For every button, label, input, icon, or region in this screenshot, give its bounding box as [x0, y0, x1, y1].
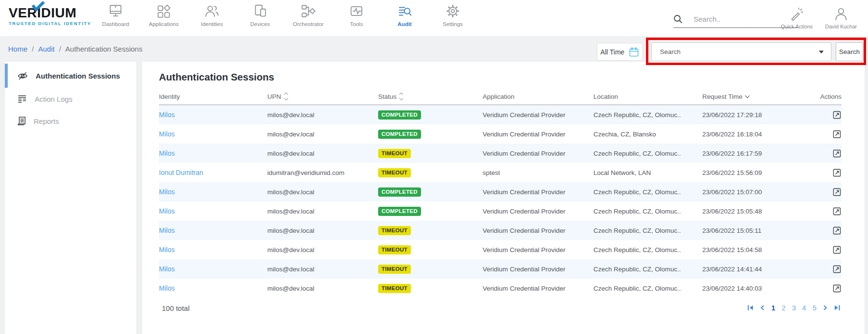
location-cell: Czech Republic, CZ, Olomuc.. [593, 285, 702, 292]
location-cell: Local Network, LAN [593, 169, 702, 176]
application-cell: Veridium Credential Provider [483, 150, 593, 157]
column-header-request-time[interactable]: Request Time [702, 93, 795, 100]
applications-icon [156, 3, 171, 19]
open-session-icon[interactable] [832, 265, 842, 274]
identity-link[interactable]: Milos [159, 284, 175, 292]
table-row: Milos milos@dev.local TIMEOUT Veridium C… [159, 221, 842, 240]
nav-label: Settings [443, 21, 463, 27]
request-time-cell: 23/06/2022 15:56:09 [702, 169, 795, 176]
breadcrumb-audit-link[interactable]: Audit [38, 45, 54, 53]
nav-label: Devices [250, 21, 270, 27]
request-time-cell: 23/06/2022 15:05:11 [702, 227, 795, 234]
breadcrumb-separator: / [32, 45, 34, 53]
sort-desc-icon [745, 93, 750, 98]
column-header-status[interactable]: Status [378, 93, 483, 100]
page-number-5[interactable]: 5 [813, 304, 816, 312]
open-session-icon[interactable] [832, 149, 842, 158]
location-cell: Czech Republic, CZ, Olomuc.. [593, 227, 702, 234]
request-time-cell: 23/06/2022 17:29:18 [702, 111, 795, 119]
breadcrumb-home-link[interactable]: Home [8, 45, 27, 53]
identities-icon [204, 3, 220, 19]
total-count: 100 total [162, 304, 190, 312]
sort-updown-icon [285, 93, 288, 100]
identity-link[interactable]: Milos [159, 111, 175, 119]
application-cell: sptest [483, 169, 593, 176]
user-menu[interactable]: David Kuchar [819, 6, 863, 29]
sessions-table: Identity UPN Status Application Location… [159, 88, 842, 298]
open-session-icon[interactable] [832, 187, 842, 197]
logo-tagline: TRUSTED DIGITAL IDENTITY [9, 21, 91, 26]
nav-item-applications[interactable]: Applications [140, 3, 188, 27]
next-page-icon[interactable] [823, 305, 828, 311]
calendar-icon [629, 47, 639, 57]
first-page-icon[interactable] [747, 305, 754, 311]
page-number-3[interactable]: 3 [792, 304, 796, 312]
open-session-icon[interactable] [832, 245, 842, 254]
eye-slash-icon [17, 71, 28, 80]
column-header-location: Location [593, 93, 702, 100]
application-cell: Veridium Credential Provider [483, 227, 593, 234]
veridium-logo[interactable]: VERIDIUM TRUSTED DIGITAL IDENTITY [9, 6, 91, 26]
application-cell: Veridium Credential Provider [483, 188, 593, 196]
nav-item-orchestrator[interactable]: Orchestrator [284, 3, 332, 27]
identity-link[interactable]: Milos [159, 227, 175, 234]
nav-item-settings[interactable]: Settings [429, 3, 477, 27]
request-time-cell: 23/06/2022 15:07:00 [702, 188, 795, 196]
quick-actions-button[interactable]: Quick Actions [775, 6, 819, 29]
pagination: 1 2 3 4 5 [747, 304, 841, 312]
identity-link[interactable]: Milos [159, 207, 175, 215]
table-row: Ionut Dumitran idumitran@veridiumid.com … [159, 163, 842, 182]
authentication-sessions-panel: Authentication Sessions Identity UPN Sta… [142, 62, 865, 334]
status-badge: COMPLETED [378, 187, 421, 197]
status-badge: TIMEOUT [378, 265, 411, 274]
open-session-icon[interactable] [832, 226, 842, 235]
page-number-2[interactable]: 2 [782, 304, 786, 312]
table-row: Milos milos@dev.local TIMEOUT Veridium C… [159, 144, 842, 163]
column-header-application: Application [483, 93, 593, 100]
nav-item-audit[interactable]: Audit [381, 3, 429, 27]
settings-gear-icon [445, 3, 460, 19]
previous-page-icon[interactable] [760, 305, 765, 311]
open-session-icon[interactable] [832, 284, 842, 293]
sidebar-item-action-logs[interactable]: Action Logs [5, 88, 136, 110]
sidebar-item-reports[interactable]: Reports [5, 110, 136, 132]
page-number-4[interactable]: 4 [802, 304, 806, 312]
main-nav: Dashboard Applications Identities Device… [92, 3, 477, 27]
last-page-icon[interactable] [834, 305, 841, 311]
sidebar-item-authentication-sessions[interactable]: Authentication Sessions [5, 64, 136, 88]
nav-item-identities[interactable]: Identities [188, 3, 236, 27]
nav-item-dashboard[interactable]: Dashboard [92, 3, 140, 27]
request-time-cell: 23/06/2022 14:41:44 [702, 266, 795, 273]
open-session-icon[interactable] [832, 110, 842, 120]
nav-item-tools[interactable]: Tools [332, 3, 381, 27]
location-cell: Czech Republic, CZ, Olomuc.. [593, 188, 702, 196]
top-navigation-bar: VERIDIUM TRUSTED DIGITAL IDENTITY Dashbo… [0, 0, 868, 36]
identity-link[interactable]: Milos [159, 265, 175, 273]
open-session-icon[interactable] [832, 207, 842, 216]
identity-link[interactable]: Milos [159, 149, 175, 157]
logo-check-icon [31, 1, 45, 11]
open-session-icon[interactable] [832, 130, 842, 139]
location-cell: Czech Republic, CZ, Olomuc.. [593, 150, 702, 157]
page-number-1[interactable]: 1 [771, 304, 775, 312]
application-cell: Veridium Credential Provider [483, 266, 593, 273]
search-button[interactable]: Search [836, 42, 863, 61]
upn-cell: milos@dev.local [267, 131, 378, 138]
identity-link[interactable]: Milos [159, 130, 175, 138]
status-badge: TIMEOUT [378, 245, 411, 254]
identity-link[interactable]: Milos [159, 188, 175, 196]
search-filter-dropdown[interactable]: Search [651, 42, 831, 61]
search-dropdown-placeholder: Search [660, 48, 681, 55]
identity-link[interactable]: Milos [159, 246, 175, 254]
sort-updown-icon [400, 93, 403, 100]
upn-cell: idumitran@veridiumid.com [267, 169, 378, 176]
identity-link[interactable]: Ionut Dumitran [159, 169, 203, 176]
breadcrumb: Home / Audit / Authentication Sessions [8, 45, 143, 53]
time-range-filter-button[interactable]: All Time [597, 43, 643, 61]
reports-icon [17, 116, 26, 126]
column-header-upn[interactable]: UPN [267, 93, 378, 100]
open-session-icon[interactable] [832, 168, 842, 177]
nav-item-devices[interactable]: Devices [236, 3, 284, 27]
tools-icon [349, 3, 364, 19]
table-row: Milos milos@dev.local COMPLETED Veridium… [159, 182, 842, 201]
